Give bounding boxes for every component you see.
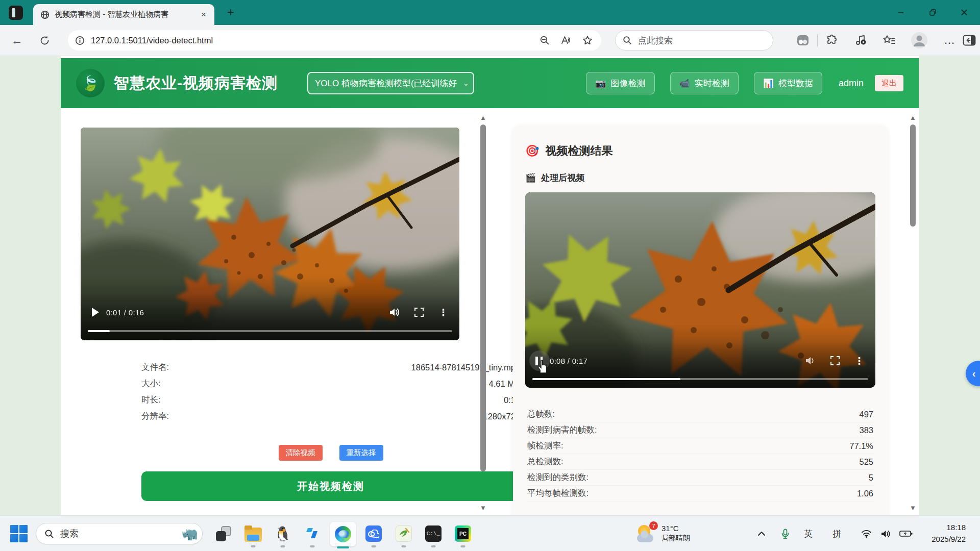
scrollbar-thumb[interactable] — [480, 124, 486, 471]
scroll-down-icon[interactable]: ▼ — [480, 505, 486, 511]
video-progress-bar[interactable] — [88, 330, 452, 332]
nav-model-data-button[interactable]: 📊 模型数据 — [754, 72, 822, 94]
settings-more-icon[interactable]: … — [942, 33, 957, 48]
stat-row: 帧检测率:77.1% — [527, 438, 873, 454]
site-info-icon[interactable] — [75, 36, 85, 45]
start-button[interactable] — [10, 525, 28, 542]
profile-avatar[interactable] — [911, 32, 927, 48]
minimize-button[interactable] — [885, 0, 917, 25]
tab-close-icon[interactable]: × — [198, 9, 209, 20]
address-bar[interactable]: 127.0.0.1:5011/video-detect.html — [68, 30, 601, 51]
tray-chevron-up-icon[interactable] — [754, 527, 769, 540]
video-progress-fill — [532, 378, 680, 380]
reselect-button[interactable]: 重新选择 — [339, 445, 383, 461]
weather-temp: 31°C — [662, 524, 690, 534]
netdisk-button[interactable] — [360, 523, 387, 544]
volume-icon[interactable] — [386, 305, 403, 320]
scrollbar-thumb[interactable] — [910, 124, 916, 227]
stat-row: 检测到的类别数:5 — [527, 470, 873, 486]
video-progress-fill — [88, 330, 110, 332]
video-menu-icon[interactable]: ⋮ — [435, 305, 452, 320]
notification-badge: 7 — [649, 521, 658, 530]
restore-button[interactable] — [917, 0, 948, 25]
stat-row: 总检测数:525 — [527, 454, 873, 470]
read-aloud-icon[interactable] — [559, 34, 573, 47]
search-icon — [623, 36, 632, 45]
taskbar-weather[interactable]: 7 31°C 局部晴朗 — [636, 523, 690, 543]
username: admin — [839, 78, 864, 89]
extensions-icon[interactable] — [824, 33, 840, 48]
back-button[interactable]: ← — [9, 33, 24, 48]
edge-browser-button[interactable] — [330, 522, 356, 546]
pause-button[interactable] — [535, 357, 543, 365]
bar-chart-icon: 📊 — [763, 78, 774, 89]
nav-image-detect-button[interactable]: 📷 图像检测 — [586, 72, 654, 94]
video-menu-icon[interactable]: ⋮ — [851, 353, 868, 368]
taskbar-clock[interactable]: 18:18 2025/9/22 — [932, 522, 966, 545]
screen: 视频病害检测 - 智慧农业植物病害 × + × ← 127.0.0.1:5011… — [0, 0, 980, 551]
new-tab-button[interactable]: + — [225, 7, 237, 19]
play-button[interactable] — [92, 308, 99, 317]
terminal-icon: C:\_ — [425, 525, 442, 542]
scroll-up-icon[interactable]: ▲ — [480, 114, 486, 121]
page-scrollbar[interactable]: ▲ ▼ — [909, 112, 917, 515]
ime-pinyin-indicator[interactable]: 拼 — [830, 527, 844, 540]
volume-icon[interactable] — [802, 353, 819, 368]
speaker-icon[interactable] — [878, 527, 893, 540]
sidebar-collapse-handle[interactable]: ‹ — [966, 361, 980, 386]
media-hub-icon[interactable] — [853, 33, 868, 48]
favorites-hub-icon[interactable] — [881, 33, 897, 48]
scroll-up-icon[interactable]: ▲ — [910, 114, 916, 121]
file-info-row: 文件名:186514-878145197_tiny.mp4 — [141, 359, 520, 375]
zoom-out-icon[interactable] — [538, 34, 551, 47]
result-video-player[interactable]: 0:08 / 0:17 ⋮ — [525, 192, 875, 388]
weather-icon: 7 — [636, 523, 657, 543]
left-panel-scrollbar[interactable]: ▲ ▼ — [479, 112, 487, 515]
source-video-player[interactable]: 0:01 / 0:16 ⋮ — [81, 128, 459, 340]
tim-button[interactable] — [299, 523, 326, 544]
browser-tab[interactable]: 视频病害检测 - 智慧农业植物病害 × — [33, 4, 214, 25]
browser-essentials-icon[interactable] — [795, 33, 811, 48]
fullscreen-icon[interactable] — [410, 305, 428, 320]
clear-video-button[interactable]: 清除视频 — [279, 445, 323, 461]
pycharm-button[interactable]: PC — [450, 523, 476, 544]
file-info-row: 大小:4.61 MB — [141, 375, 520, 392]
video-progress-bar[interactable] — [532, 378, 868, 380]
file-explorer-button[interactable] — [240, 523, 266, 544]
nav-realtime-detect-button[interactable]: 📹 实时检测 — [670, 72, 739, 94]
page-content: 🍃 智慧农业-视频病害检测 YOLO 植物病害检测模型(已经训练好 ⌄ 📷 图像… — [61, 56, 919, 515]
microphone-icon[interactable] — [778, 527, 792, 540]
start-detect-button[interactable]: 开始视频检测 — [141, 471, 520, 501]
chameleon-icon — [396, 525, 412, 542]
battery-icon[interactable] — [897, 527, 915, 540]
sidebar-toggle-icon[interactable] — [962, 33, 977, 48]
cloud-icon — [365, 525, 382, 542]
ime-english-indicator[interactable]: 英 — [801, 527, 816, 540]
refresh-button[interactable] — [37, 33, 52, 48]
file-info-row: 时长:0:16 — [141, 392, 520, 408]
toolbar-search-box[interactable]: 点此搜索 — [615, 30, 773, 51]
taskbar-search[interactable]: 搜索 🦏 — [36, 523, 203, 544]
terminal-button[interactable]: C:\_ — [420, 523, 447, 544]
search-icon — [44, 529, 54, 539]
qq-button[interactable]: 🐧 — [270, 523, 296, 544]
logout-button[interactable]: 退出 — [875, 75, 903, 91]
leaf-logo-icon: 🍃 — [76, 69, 105, 97]
camera-icon: 📷 — [595, 78, 606, 89]
model-select-dropdown[interactable]: YOLO 植物病害检测模型(已经训练好 ⌄ — [307, 72, 474, 94]
tab-actions-icon[interactable] — [9, 6, 23, 20]
url-text[interactable]: 127.0.0.1:5011/video-detect.html — [91, 36, 530, 45]
wifi-icon[interactable] — [859, 527, 874, 540]
target-icon: 🎯 — [525, 144, 539, 158]
video-time: 0:08 / 0:17 — [550, 357, 587, 365]
favorite-star-icon[interactable] — [581, 34, 594, 47]
app-header: 🍃 智慧农业-视频病害检测 YOLO 植物病害检测模型(已经训练好 ⌄ 📷 图像… — [61, 58, 919, 108]
close-window-button[interactable]: × — [948, 0, 980, 25]
clock-date: 2025/9/22 — [932, 534, 966, 545]
notepadpp-button[interactable] — [390, 523, 417, 544]
rhino-image: 🦏 — [182, 526, 198, 542]
scroll-down-icon[interactable]: ▼ — [910, 505, 916, 511]
task-view-button[interactable] — [210, 523, 237, 544]
video-time: 0:01 / 0:16 — [106, 308, 144, 317]
fullscreen-icon[interactable] — [826, 353, 844, 368]
